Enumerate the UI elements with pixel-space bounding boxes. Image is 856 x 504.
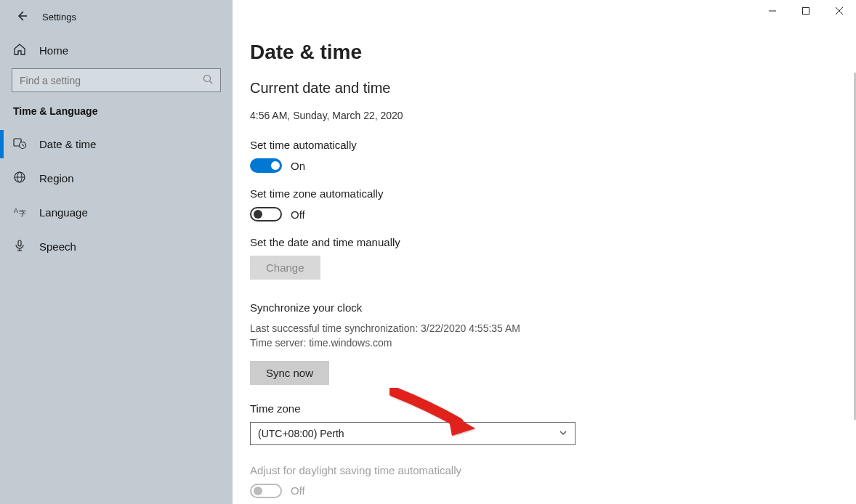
current-datetime-value: 4:56 AM, Sunday, March 22, 2020 [250,110,657,121]
set-zone-auto-label: Set time zone automatically [250,187,657,200]
close-button[interactable] [823,0,856,22]
sidebar-item-label: Language [39,206,88,219]
main-panel: Date & time Current date and time 4:56 A… [233,0,856,504]
search-input-wrap[interactable] [12,68,221,92]
sync-server: Time server: time.windows.com [250,336,657,350]
search-input[interactable] [20,75,184,86]
timezone-value: (UTC+08:00) Perth [258,428,344,439]
sidebar-item-label: Date & time [39,138,96,150]
set-time-auto-toggle[interactable] [250,158,282,173]
set-time-auto-state: On [291,160,305,172]
page-title: Date & time [250,41,657,64]
sidebar: Settings Home Time & Language [0,0,233,504]
dst-toggle [250,484,282,498]
timezone-label: Time zone [250,402,657,415]
sync-heading: Synchronize your clock [250,301,657,314]
svg-text:字: 字 [19,209,26,217]
manual-label: Set the date and time manually [250,236,657,248]
globe-icon [13,171,26,186]
dst-label: Adjust for daylight saving time automati… [250,464,657,476]
language-icon: A字 [13,205,26,220]
set-zone-auto-state: Off [291,208,305,221]
home-label: Home [39,44,68,57]
svg-rect-1 [803,8,809,15]
chevron-down-icon [559,428,568,439]
set-time-auto-label: Set time automatically [250,139,657,151]
sidebar-item-region[interactable]: Region [0,161,233,195]
app-title: Settings [42,12,76,23]
set-zone-auto-toggle[interactable] [250,207,282,221]
sidebar-home[interactable]: Home [0,33,233,68]
sidebar-item-language[interactable]: A字 Language [0,195,233,229]
timezone-dropdown[interactable]: (UTC+08:00) Perth [250,422,576,445]
sidebar-item-label: Speech [39,240,76,253]
clock-calendar-icon [13,137,26,152]
svg-line-6 [210,81,213,84]
current-heading: Current date and time [250,80,657,97]
maximize-button[interactable] [789,0,823,22]
back-button[interactable] [16,10,28,24]
sidebar-section-label: Time & Language [0,105,233,127]
minimize-button[interactable] [756,0,789,22]
dst-state: Off [291,484,305,497]
svg-text:A: A [14,207,18,214]
home-icon [13,43,26,58]
svg-rect-16 [18,240,21,246]
sync-last: Last successful time synchronization: 3/… [250,321,657,336]
sidebar-item-label: Region [39,172,74,184]
window-controls [756,0,856,22]
sidebar-item-date-time[interactable]: Date & time [0,127,233,161]
search-icon [203,74,213,87]
sidebar-item-speech[interactable]: Speech [0,229,233,264]
change-button: Change [250,256,320,280]
svg-point-5 [204,75,211,81]
microphone-icon [13,239,26,254]
sync-now-button[interactable]: Sync now [250,361,329,385]
